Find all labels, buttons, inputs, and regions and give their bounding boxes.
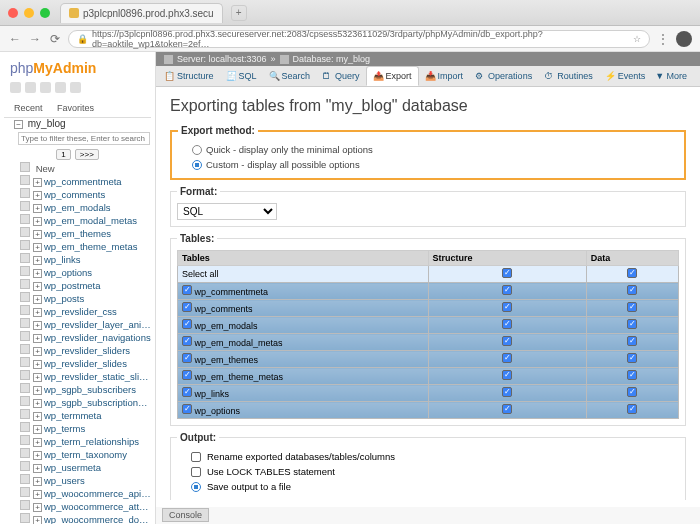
checkbox-row[interactable] [182,404,192,414]
checkbox-data-all[interactable] [627,268,637,278]
expand-icon[interactable]: + [33,269,42,278]
checkbox-data[interactable] [627,302,637,312]
checkbox-row[interactable] [182,336,192,346]
bookmark-star-icon[interactable]: ☆ [633,34,641,44]
checkbox-data[interactable] [627,387,637,397]
checkbox-structure[interactable] [502,285,512,295]
checkbox-data[interactable] [627,285,637,295]
expand-icon[interactable]: + [33,295,42,304]
checkbox-row[interactable] [182,370,192,380]
expand-icon[interactable]: + [33,490,42,499]
checkbox-data[interactable] [627,404,637,414]
tree-item[interactable]: +wp_users [6,474,151,487]
home-icon[interactable] [10,82,21,93]
window-zoom-button[interactable] [40,8,50,18]
tree-new-item[interactable]: New [6,162,151,175]
table-row[interactable]: wp_links [178,385,679,402]
breadcrumb-server[interactable]: Server: localhost:3306 [177,54,267,64]
expand-icon[interactable]: + [33,516,42,524]
tree-item[interactable]: +wp_em_theme_metas [6,240,151,253]
expand-icon[interactable]: + [33,373,42,382]
radio-custom[interactable] [192,160,202,170]
tree-item[interactable]: +wp_options [6,266,151,279]
db-tab-export[interactable]: 📤Export [366,66,419,86]
output-save-row[interactable]: Save output to a file [177,479,679,494]
radio-custom-row[interactable]: Custom - display all possible options [178,157,678,172]
table-row[interactable]: wp_em_themes [178,351,679,368]
tree-item[interactable]: +wp_revslider_static_slides [6,370,151,383]
tree-item[interactable]: +wp_revslider_layer_animation [6,318,151,331]
expand-icon[interactable]: + [33,256,42,265]
tree-item[interactable]: +wp_woocommerce_download [6,513,151,524]
db-tab-search[interactable]: 🔍Search [263,67,317,85]
address-bar[interactable]: 🔒 https://p3plcpnl0896.prod.phx3.secures… [68,30,650,48]
checkbox-row[interactable] [182,285,192,295]
table-row[interactable]: wp_em_modals [178,317,679,334]
expand-icon[interactable]: + [33,464,42,473]
tree-item[interactable]: +wp_revslider_slides [6,357,151,370]
tree-item[interactable]: +wp_em_modal_metas [6,214,151,227]
tree-item[interactable]: +wp_posts [6,292,151,305]
tree-page-next[interactable]: >>> [75,149,99,160]
checkbox-structure[interactable] [502,319,512,329]
db-tab-query[interactable]: 🗒Query [316,67,366,85]
expand-icon[interactable]: + [33,230,42,239]
table-row[interactable]: wp_em_modal_metas [178,334,679,351]
console-tab[interactable]: Console [162,508,209,522]
radio-quick[interactable] [192,145,202,155]
checkbox-rename[interactable] [191,452,201,462]
table-row[interactable]: wp_commentmeta [178,283,679,300]
expand-icon[interactable]: + [33,282,42,291]
tab-recent[interactable]: Recent [8,101,49,115]
tree-item[interactable]: +wp_sgpb_subscribers [6,383,151,396]
radio-save-to-file[interactable] [191,482,201,492]
tree-item[interactable]: +wp_terms [6,422,151,435]
forward-button[interactable]: → [28,32,42,46]
format-select[interactable]: SQL [177,203,277,220]
expand-icon[interactable]: + [33,204,42,213]
tree-item[interactable]: +wp_revslider_sliders [6,344,151,357]
checkbox-structure[interactable] [502,370,512,380]
reload-button[interactable]: ⟳ [48,32,62,46]
db-tab-routines[interactable]: ⏱Routines [538,67,599,85]
db-tab-more[interactable]: ▼ More [651,67,691,85]
tree-item[interactable]: +wp_links [6,253,151,266]
expand-icon[interactable]: + [33,217,42,226]
expand-icon[interactable]: + [33,386,42,395]
expand-icon[interactable]: + [33,347,42,356]
tree-item[interactable]: +wp_em_themes [6,227,151,240]
checkbox-row[interactable] [182,387,192,397]
breadcrumb-database[interactable]: Database: my_blog [293,54,371,64]
table-row[interactable]: wp_comments [178,300,679,317]
browser-tab[interactable]: p3plcpnl0896.prod.phx3.secu [60,3,223,23]
expand-icon[interactable]: + [33,438,42,447]
window-minimize-button[interactable] [24,8,34,18]
checkbox-structure[interactable] [502,387,512,397]
expand-icon[interactable]: + [33,334,42,343]
db-tab-operations[interactable]: ⚙Operations [469,67,538,85]
tree-filter-input[interactable] [18,132,150,145]
tree-item[interactable]: +wp_term_relationships [6,435,151,448]
select-all-cell[interactable]: Select all [178,266,429,283]
docs-icon[interactable] [40,82,51,93]
tree-item[interactable]: +wp_usermeta [6,461,151,474]
tab-favorites[interactable]: Favorites [51,101,100,115]
expand-icon[interactable]: + [33,308,42,317]
expand-icon[interactable]: + [33,191,42,200]
db-tab-structure[interactable]: 📋Structure [158,67,220,85]
checkbox-data[interactable] [627,319,637,329]
profile-avatar[interactable] [676,31,692,47]
phpmyadmin-logo[interactable]: phpMyAdmin [4,56,151,80]
expand-icon[interactable]: + [33,425,42,434]
db-tab-events[interactable]: ⚡Events [599,67,652,85]
tree-db-name[interactable]: my_blog [28,117,66,130]
output-rename-row[interactable]: Rename exported databases/tables/columns [177,449,679,464]
tree-item[interactable]: +wp_commentmeta [6,175,151,188]
expand-icon[interactable]: + [33,399,42,408]
reload-nav-icon[interactable] [70,82,81,93]
settings-icon[interactable] [55,82,66,93]
tree-item[interactable]: +wp_postmeta [6,279,151,292]
checkbox-lock[interactable] [191,467,201,477]
tree-item[interactable]: +wp_sgpb_subscription_error_ [6,396,151,409]
checkbox-row[interactable] [182,319,192,329]
